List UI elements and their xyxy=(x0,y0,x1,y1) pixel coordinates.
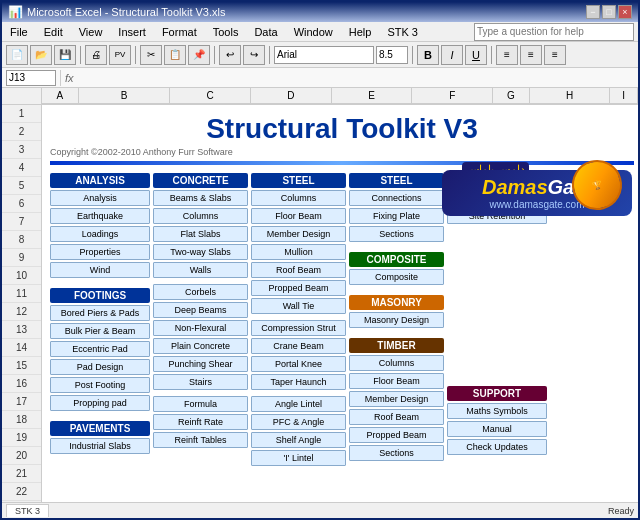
steel2-item-connections[interactable]: Connections xyxy=(349,190,444,206)
footings-item-eccentric[interactable]: Eccentric Pad xyxy=(50,341,150,357)
steel2-item-fixingplate[interactable]: Fixing Plate xyxy=(349,208,444,224)
menu-edit[interactable]: Edit xyxy=(40,25,67,39)
steel-item-mullion[interactable]: Mullion xyxy=(251,244,346,260)
italic-button[interactable]: I xyxy=(441,45,463,65)
analysis-item-loadings[interactable]: Loadings xyxy=(50,226,150,242)
sheet-tab[interactable]: STK 3 xyxy=(6,504,49,517)
composite-item[interactable]: Composite xyxy=(349,269,444,285)
steel-item-walltie[interactable]: Wall Tie xyxy=(251,298,346,314)
steel-item-columns[interactable]: Columns xyxy=(251,190,346,206)
concrete-item-corbels[interactable]: Corbels xyxy=(153,284,248,300)
steel-item-compstrut[interactable]: Compression Strut xyxy=(251,320,346,336)
steel-item-cranebeam[interactable]: Crane Beam xyxy=(251,338,346,354)
menu-window[interactable]: Window xyxy=(290,25,337,39)
open-button[interactable]: 📂 xyxy=(30,45,52,65)
bold-button[interactable]: B xyxy=(417,45,439,65)
help-search[interactable] xyxy=(474,23,634,41)
steel-item-shelfangle[interactable]: Shelf Angle xyxy=(251,432,346,448)
print-preview-button[interactable]: PV xyxy=(109,45,131,65)
concrete-item-reinfttables[interactable]: Reinft Tables xyxy=(153,432,248,448)
concrete-item-plain[interactable]: Plain Concrete xyxy=(153,338,248,354)
formula-input[interactable] xyxy=(78,70,634,86)
footings-item-propping[interactable]: Propping pad xyxy=(50,395,150,411)
support-item-manual[interactable]: Manual xyxy=(447,421,547,437)
align-center-button[interactable]: ≡ xyxy=(520,45,542,65)
steel-item-memberdesign[interactable]: Member Design xyxy=(251,226,346,242)
menu-stk3[interactable]: STK 3 xyxy=(383,25,422,39)
concrete-item-nonflexural[interactable]: Non-Flexural xyxy=(153,320,248,336)
minimize-button[interactable]: − xyxy=(586,5,600,19)
maximize-button[interactable]: □ xyxy=(602,5,616,19)
col-header-a[interactable]: A xyxy=(42,88,79,104)
steel-item-pfcangle[interactable]: PFC & Angle xyxy=(251,414,346,430)
cell-reference[interactable] xyxy=(6,70,56,86)
footings-item-pad[interactable]: Pad Design xyxy=(50,359,150,375)
col-header-e[interactable]: E xyxy=(332,88,413,104)
cut-button[interactable]: ✂ xyxy=(140,45,162,65)
support-item-maths[interactable]: Maths Symbols xyxy=(447,403,547,419)
steel2-item-sections[interactable]: Sections xyxy=(349,226,444,242)
close-button[interactable]: × xyxy=(618,5,632,19)
steel-item-taperhaunch[interactable]: Taper Haunch xyxy=(251,374,346,390)
print-button[interactable]: 🖨 xyxy=(85,45,107,65)
menu-data[interactable]: Data xyxy=(250,25,281,39)
menu-tools[interactable]: Tools xyxy=(209,25,243,39)
concrete-item-deep[interactable]: Deep Beams xyxy=(153,302,248,318)
menu-insert[interactable]: Insert xyxy=(114,25,150,39)
timber-item-proppedbeam[interactable]: Propped Beam xyxy=(349,427,444,443)
support-item-checkupdates[interactable]: Check Updates xyxy=(447,439,547,455)
new-button[interactable]: 📄 xyxy=(6,45,28,65)
steel-item-floorbeam[interactable]: Floor Beam xyxy=(251,208,346,224)
underline-button[interactable]: U xyxy=(465,45,487,65)
concrete-item-reinftrate[interactable]: Reinft Rate xyxy=(153,414,248,430)
timber-item-memberdesign[interactable]: Member Design xyxy=(349,391,444,407)
save-button[interactable]: 💾 xyxy=(54,45,76,65)
analysis-item-wind[interactable]: Wind xyxy=(50,262,150,278)
steel-item-anglelintel[interactable]: Angle Lintel xyxy=(251,396,346,412)
align-right-button[interactable]: ≡ xyxy=(544,45,566,65)
timber-item-columns[interactable]: Columns xyxy=(349,355,444,371)
col-header-f[interactable]: F xyxy=(412,88,493,104)
concrete-item-twoway[interactable]: Two-way Slabs xyxy=(153,244,248,260)
menu-format[interactable]: Format xyxy=(158,25,201,39)
analysis-item-earthquake[interactable]: Earthquake xyxy=(50,208,150,224)
analysis-item-analysis[interactable]: Analysis xyxy=(50,190,150,206)
steel-item-portalknee[interactable]: Portal Knee xyxy=(251,356,346,372)
timber-item-floorbeam[interactable]: Floor Beam xyxy=(349,373,444,389)
timber-item-sections[interactable]: Sections xyxy=(349,445,444,461)
concrete-item-flat[interactable]: Flat Slabs xyxy=(153,226,248,242)
col-header-c[interactable]: C xyxy=(170,88,251,104)
col-header-i[interactable]: I xyxy=(610,88,638,104)
undo-button[interactable]: ↩ xyxy=(219,45,241,65)
concrete-item-formula[interactable]: Formula xyxy=(153,396,248,412)
row-16: 16 xyxy=(2,375,41,393)
paste-button[interactable]: 📌 xyxy=(188,45,210,65)
steel-item-roofbeam[interactable]: Roof Beam xyxy=(251,262,346,278)
redo-button[interactable]: ↪ xyxy=(243,45,265,65)
col-header-d[interactable]: D xyxy=(251,88,332,104)
menu-file[interactable]: File xyxy=(6,25,32,39)
steel-item-proppedbeam[interactable]: Propped Beam xyxy=(251,280,346,296)
timber-item-roofbeam[interactable]: Roof Beam xyxy=(349,409,444,425)
footings-item-bulk[interactable]: Bulk Pier & Beam xyxy=(50,323,150,339)
steel-item-ilintel[interactable]: 'I' Lintel xyxy=(251,450,346,466)
footings-item-post[interactable]: Post Footing xyxy=(50,377,150,393)
concrete-item-columns[interactable]: Columns xyxy=(153,208,248,224)
concrete-item-stairs[interactable]: Stairs xyxy=(153,374,248,390)
footings-item-bored[interactable]: Bored Piers & Pads xyxy=(50,305,150,321)
copy-button[interactable]: 📋 xyxy=(164,45,186,65)
menu-help[interactable]: Help xyxy=(345,25,376,39)
col-header-b[interactable]: B xyxy=(79,88,171,104)
concrete-item-punching[interactable]: Punching Shear xyxy=(153,356,248,372)
pavements-item-industrial[interactable]: Industrial Slabs xyxy=(50,438,150,454)
font-size[interactable] xyxy=(376,46,408,64)
menu-view[interactable]: View xyxy=(75,25,107,39)
col-header-g[interactable]: G xyxy=(493,88,530,104)
analysis-item-properties[interactable]: Properties xyxy=(50,244,150,260)
concrete-item-walls[interactable]: Walls xyxy=(153,262,248,278)
col-header-h[interactable]: H xyxy=(530,88,611,104)
masonry-item[interactable]: Masonry Design xyxy=(349,312,444,328)
concrete-item-beams[interactable]: Beams & Slabs xyxy=(153,190,248,206)
font-selector[interactable] xyxy=(274,46,374,64)
align-left-button[interactable]: ≡ xyxy=(496,45,518,65)
